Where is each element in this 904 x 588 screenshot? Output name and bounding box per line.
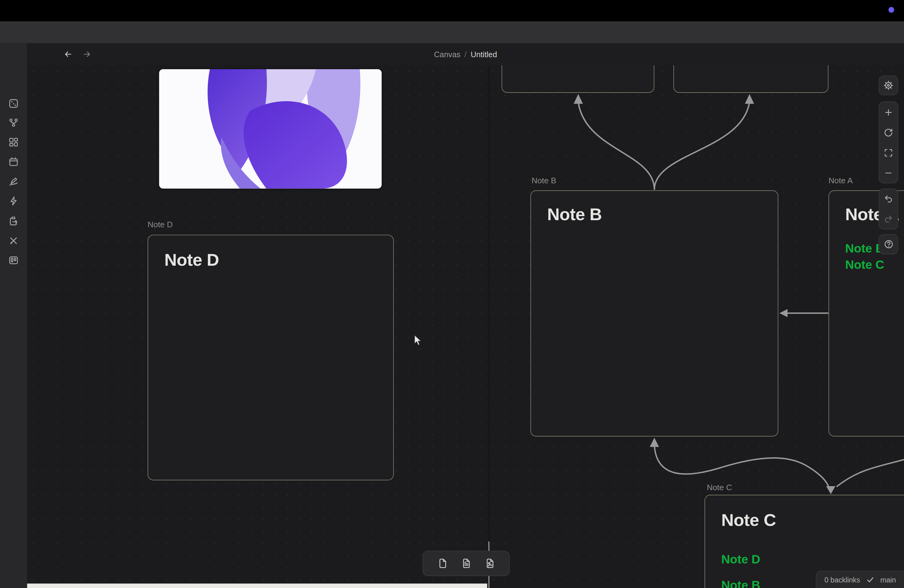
zoom-out-icon[interactable] (879, 163, 898, 183)
breadcrumb-separator: / (465, 50, 467, 58)
graph-icon[interactable] (9, 118, 19, 128)
canvas-view[interactable]: Note D Note D Note B Note B Note A Note … (27, 65, 904, 588)
internal-link[interactable]: Note C (845, 256, 884, 273)
purple-abstract-image (159, 69, 382, 188)
recording-indicator-dot (888, 7, 894, 13)
dice-icon[interactable] (9, 99, 19, 109)
git-branch-name[interactable]: main (880, 576, 896, 584)
card-heading: Note B (547, 205, 602, 224)
card-links: Note D Note B (721, 546, 760, 588)
card-note-d[interactable]: Note D (148, 235, 394, 481)
card-file-icon[interactable] (437, 558, 448, 569)
page-title: Untitled (471, 50, 497, 58)
app-window: Untitled × Note D (0, 0, 904, 588)
git-check-icon[interactable] (866, 576, 874, 583)
calendar-icon[interactable] (9, 157, 19, 167)
undo-icon[interactable] (879, 189, 898, 209)
breadcrumb: Canvas / Untitled (27, 43, 904, 65)
canvas-help-panel (879, 234, 898, 254)
note-file-icon[interactable] (460, 558, 472, 569)
zoom-in-icon[interactable] (879, 102, 898, 122)
tab-bar: Untitled × Note D (0, 21, 904, 43)
internal-link[interactable]: Note B (721, 572, 760, 588)
view-header: Canvas / Untitled ⋯ (27, 43, 904, 65)
card-heading: Note C (721, 510, 776, 530)
clipboard-paste-icon[interactable] (9, 216, 19, 226)
reset-view-icon[interactable] (879, 122, 898, 143)
background-window-strip (27, 584, 487, 588)
status-bar: 0 backlinks main (816, 571, 904, 588)
backlinks-count[interactable]: 0 backlinks (824, 576, 860, 584)
ribbon (0, 43, 28, 588)
crossed-pencils-icon[interactable] (9, 236, 19, 246)
kanban-icon[interactable] (9, 256, 19, 266)
zoom-to-fit-icon[interactable] (879, 142, 898, 163)
internal-link[interactable]: Note D (721, 546, 760, 572)
image-card[interactable] (159, 69, 382, 188)
card-partial-top-left[interactable] (501, 65, 654, 93)
window-title-bar (0, 0, 904, 21)
media-file-icon[interactable] (484, 558, 496, 569)
settings-gear-icon[interactable] (879, 76, 898, 95)
canvas-card-palette (422, 551, 509, 576)
breadcrumb-section[interactable]: Canvas (434, 50, 461, 58)
help-icon[interactable] (879, 235, 898, 254)
redo-icon[interactable] (879, 209, 898, 229)
zap-icon[interactable] (9, 196, 19, 206)
card-heading: Note D (164, 250, 219, 270)
canvas-history-panel (879, 188, 898, 229)
highlighter-icon[interactable] (9, 177, 19, 187)
card-partial-top-right[interactable] (673, 65, 828, 93)
canvas-settings-panel (879, 76, 898, 95)
card-note-b[interactable]: Note B (530, 190, 778, 437)
mouse-cursor (414, 335, 422, 346)
layout-grid-icon[interactable] (9, 137, 19, 147)
canvas-zoom-panel (879, 101, 898, 183)
